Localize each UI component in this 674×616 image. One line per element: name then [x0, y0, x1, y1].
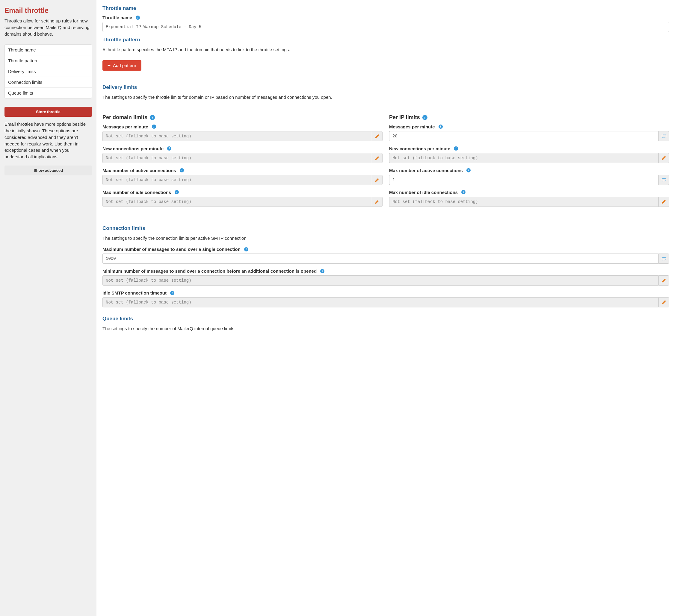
- label-domain-messages-per-minute: Messages per minute: [102, 124, 148, 129]
- ip-new-connections-input[interactable]: [389, 153, 658, 163]
- pencil-icon: [662, 278, 666, 283]
- section-throttle-pattern: Throttle pattern A throttle pattern spec…: [102, 37, 669, 70]
- heading-throttle-pattern: Throttle pattern: [102, 37, 669, 43]
- pencil-icon: [662, 300, 666, 304]
- info-icon[interactable]: i: [136, 16, 140, 20]
- info-icon[interactable]: i: [439, 125, 443, 129]
- info-icon[interactable]: i: [175, 190, 179, 194]
- section-delivery-limits: Delivery limits The settings to specify …: [102, 85, 669, 211]
- section-connection-limits: Connection limits The settings to specif…: [102, 225, 669, 308]
- reset-button[interactable]: [658, 131, 669, 141]
- throttle-name-input[interactable]: [102, 22, 669, 32]
- plus-icon: +: [108, 63, 111, 68]
- edit-button[interactable]: [658, 297, 669, 307]
- heading-connection-limits: Connection limits: [102, 225, 669, 232]
- edit-button[interactable]: [658, 153, 669, 163]
- label-domain-new-connections: New connections per minute: [102, 146, 163, 151]
- pencil-icon: [662, 156, 666, 160]
- info-icon[interactable]: i: [152, 125, 156, 129]
- info-icon[interactable]: i: [466, 168, 471, 172]
- info-icon[interactable]: i: [461, 190, 465, 194]
- max-messages-single-input[interactable]: [102, 254, 658, 264]
- reset-button[interactable]: [658, 254, 669, 264]
- domain-max-idle-input[interactable]: [102, 197, 372, 207]
- edit-button[interactable]: [372, 131, 382, 141]
- retweet-icon: [662, 257, 666, 261]
- sidebar-nav: Throttle name Throttle pattern Delivery …: [4, 44, 92, 99]
- edit-button[interactable]: [372, 153, 382, 163]
- page-title: Email throttle: [4, 7, 92, 15]
- label-domain-max-idle: Max number of idle connections: [102, 190, 171, 195]
- retweet-icon: [662, 134, 666, 138]
- throttle-pattern-description: A throttle pattern specifies the MTA IP …: [102, 46, 669, 53]
- pencil-icon: [375, 200, 379, 204]
- info-icon[interactable]: i: [150, 115, 155, 120]
- nav-item-queue-limits[interactable]: Queue limits: [5, 88, 92, 98]
- label-domain-max-active: Max number of active connections: [102, 168, 176, 173]
- section-throttle-name: Throttle name Throttle name i: [102, 5, 669, 32]
- pencil-icon: [375, 178, 379, 182]
- add-pattern-label: Add pattern: [113, 63, 136, 68]
- min-messages-before-additional-input[interactable]: [102, 275, 658, 286]
- label-ip-messages-per-minute: Messages per minute: [389, 124, 435, 129]
- nav-item-throttle-name[interactable]: Throttle name: [5, 45, 92, 55]
- store-throttle-button[interactable]: Store throttle: [4, 107, 92, 117]
- info-icon[interactable]: i: [244, 247, 248, 252]
- label-idle-timeout: Idle SMTP connection timeout: [102, 290, 166, 295]
- retweet-icon: [662, 177, 666, 182]
- edit-button[interactable]: [372, 175, 382, 185]
- delivery-limits-description: The settings to specify the throttle lim…: [102, 94, 669, 101]
- per-ip-heading: Per IP limits: [389, 114, 420, 121]
- label-max-messages-single: Maximum number of messages to send over …: [102, 247, 240, 252]
- edit-button[interactable]: [658, 275, 669, 286]
- label-ip-max-idle: Max number of idle connections: [389, 190, 458, 195]
- label-min-messages-before-additional: Minimum number of messages to send over …: [102, 269, 317, 274]
- main-content: Throttle name Throttle name i Throttle p…: [97, 0, 674, 616]
- add-pattern-button[interactable]: + Add pattern: [102, 60, 141, 70]
- pencil-icon: [375, 156, 379, 160]
- label-ip-new-connections: New connections per minute: [389, 146, 450, 151]
- domain-new-connections-input[interactable]: [102, 153, 372, 163]
- heading-delivery-limits: Delivery limits: [102, 85, 669, 91]
- nav-item-throttle-pattern[interactable]: Throttle pattern: [5, 55, 92, 66]
- queue-limits-description: The settings to specify the number of Ma…: [102, 325, 669, 332]
- reset-button[interactable]: [658, 175, 669, 185]
- heading-throttle-name: Throttle name: [102, 5, 669, 11]
- info-icon[interactable]: i: [320, 269, 324, 273]
- sidebar-intro: Throttles allow for setting up rules for…: [4, 18, 92, 37]
- nav-item-connection-limits[interactable]: Connection limits: [5, 77, 92, 88]
- nav-item-delivery-limits[interactable]: Delivery limits: [5, 66, 92, 77]
- info-icon[interactable]: i: [167, 146, 172, 151]
- heading-queue-limits: Queue limits: [102, 316, 669, 322]
- pencil-icon: [662, 200, 666, 204]
- ip-messages-per-minute-input[interactable]: [389, 131, 658, 141]
- edit-button[interactable]: [372, 197, 382, 207]
- ip-max-active-input[interactable]: [389, 175, 658, 185]
- per-domain-limits: Per domain limits i Messages per minute …: [102, 106, 382, 211]
- idle-timeout-input[interactable]: [102, 297, 658, 307]
- ip-max-idle-input[interactable]: [389, 197, 658, 207]
- domain-max-active-input[interactable]: [102, 175, 372, 185]
- label-ip-max-active: Max number of active connections: [389, 168, 463, 173]
- per-domain-heading: Per domain limits: [102, 114, 147, 121]
- per-ip-limits: Per IP limits i Messages per minute i: [389, 106, 669, 211]
- show-advanced-button[interactable]: Show advanced: [4, 165, 92, 175]
- info-icon[interactable]: i: [422, 115, 428, 120]
- edit-button[interactable]: [658, 197, 669, 207]
- pencil-icon: [375, 134, 379, 138]
- info-icon[interactable]: i: [180, 168, 184, 172]
- sidebar: Email throttle Throttles allow for setti…: [0, 0, 97, 616]
- domain-messages-per-minute-input[interactable]: [102, 131, 372, 141]
- connection-limits-description: The settings to specify the connection l…: [102, 235, 669, 242]
- info-icon[interactable]: i: [170, 291, 174, 295]
- section-queue-limits: Queue limits The settings to specify the…: [102, 316, 669, 332]
- advanced-note: Email throttles have more options beside…: [4, 121, 92, 160]
- info-icon[interactable]: i: [454, 146, 458, 151]
- label-throttle-name: Throttle name: [102, 15, 132, 20]
